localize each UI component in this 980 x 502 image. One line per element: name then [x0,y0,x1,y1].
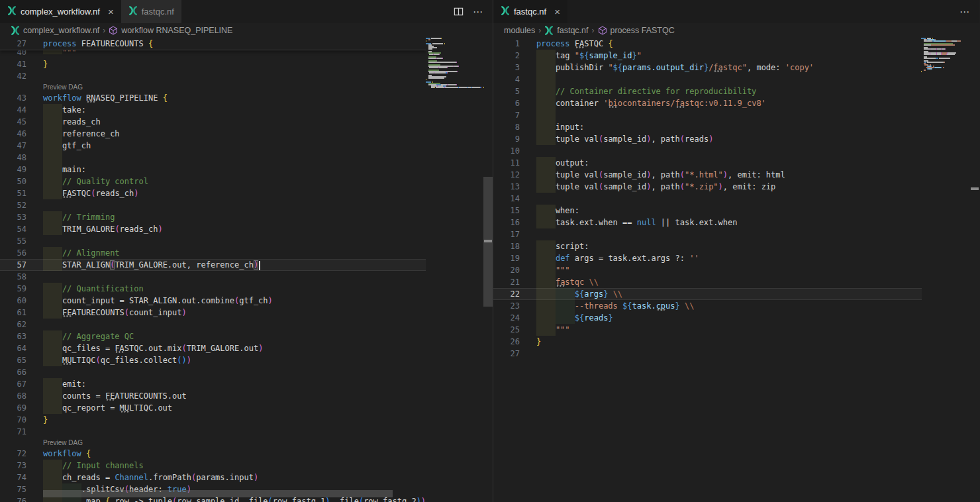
code-line[interactable]: 68 counts = FEATURECOUNTS.out [0,390,426,402]
code-line[interactable]: 57 STAR_ALIGN(TRIM_GALORE.out, reference… [0,259,426,271]
code-line[interactable]: 25 """ [493,324,922,336]
code-line[interactable]: 72workflow { [0,448,426,460]
code-line[interactable]: 69 qc_report = MULTIQC.out [0,402,426,414]
code-line[interactable]: 61 FEATURECOUNTS(count_input) [0,307,426,319]
code-line[interactable]: 22 ${args} \\ [493,288,922,300]
breadcrumb-item[interactable]: fastqc.nf [544,26,588,35]
code-line[interactable]: 11 output: [493,157,922,169]
code-line[interactable]: 48 [0,152,426,164]
code-line[interactable]: 20 """ [493,264,922,276]
line-number: 4 [493,74,520,85]
sticky-scroll-line[interactable]: 27process FEATURECOUNTS { [0,38,426,50]
code-content: ch_reads = Channel.fromPath(params.input… [26,472,426,483]
code-line[interactable]: 64 qc_files = FASTQC.out.mix(TRIM_GALORE… [0,342,426,354]
code-line[interactable]: 49 main: [0,164,426,176]
code-area[interactable]: 27process FEATURECOUNTS {40 """41}42Prev… [0,38,426,502]
code-line[interactable]: 58 [0,271,426,283]
codelens-link[interactable]: Preview DAG [43,83,83,91]
codelens-row[interactable]: Preview DAG [0,82,426,92]
code-line[interactable]: 43workflow RNASEQ_PIPELINE { [0,92,426,104]
code-editor-left[interactable]: 27process FEATURECOUNTS {40 """41}42Prev… [0,38,493,502]
breadcrumb-item[interactable]: process FASTQC [598,26,675,35]
breadcrumb-label: fastqc.nf [557,26,588,35]
code-line[interactable]: 44 take: [0,104,426,116]
code-line[interactable]: 54 TRIM_GALORE(reads_ch) [0,223,426,235]
code-line[interactable]: 41} [0,58,426,70]
code-line[interactable]: 53 // Trimming [0,211,426,223]
code-line[interactable]: 15 when: [493,205,922,217]
code-line[interactable]: 60 count_input = STAR_ALIGN.out.combine(… [0,295,426,307]
code-line[interactable]: 5 // Container directive for reproducibi… [493,85,922,97]
breadcrumb-item[interactable]: modules [504,26,535,35]
code-line[interactable]: 59 // Quantification [0,283,426,295]
code-line[interactable]: 55 [0,235,426,247]
code-line[interactable]: 9 tuple val(sample_id), path(reads) [493,133,922,145]
code-line[interactable]: 70} [0,414,426,426]
code-line[interactable]: 52 [0,199,426,211]
codelens-row[interactable]: Preview DAG [0,438,426,448]
code-line[interactable]: 10 [493,145,922,157]
code-line[interactable]: 46 reference_ch [0,128,426,140]
code-line[interactable]: 42 [0,70,426,82]
code-line[interactable]: 74 ch_reads = Channel.fromPath(params.in… [0,472,426,483]
code-line[interactable]: 26} [493,336,922,348]
horizontal-scrollbar[interactable] [43,490,393,497]
code-line[interactable]: 7 [493,109,922,121]
tab-fastqc-right[interactable]: fastqc.nf × [493,0,567,23]
code-line[interactable]: 73 // Input channels [0,460,426,472]
code-editor-right[interactable]: 1process FASTQC {2 tag "${sample_id}"3 p… [493,38,979,502]
code-line[interactable]: 71 [0,426,426,438]
vertical-scrollbar[interactable] [970,38,979,502]
code-line[interactable]: 6 container 'biocontainers/fastqc:v0.11.… [493,97,922,109]
code-line[interactable]: 3 publishDir "${params.output_dir}/fastq… [493,62,922,74]
minimap[interactable] [426,38,483,502]
code-area[interactable]: 1process FASTQC {2 tag "${sample_id}"3 p… [493,38,922,502]
codelens-link[interactable]: Preview DAG [43,439,83,446]
code-content: task.ext.when == null || task.ext.when [520,217,922,228]
code-line[interactable]: 17 [493,228,922,240]
code-line[interactable]: 62 [0,319,426,330]
close-icon[interactable]: × [554,7,560,17]
indent-guide-band [536,205,556,217]
code-line[interactable]: 24 ${reads} [493,312,922,324]
code-line[interactable]: 2 tag "${sample_id}" [493,50,922,62]
code-line[interactable]: 12 tuple val(sample_id), path("*.html"),… [493,169,922,181]
minimap[interactable] [921,38,970,502]
code-token: process [43,39,77,48]
code-line[interactable]: 14 [493,193,922,205]
more-actions-icon[interactable]: ⋯ [959,6,970,18]
code-line[interactable]: 19 def args = task.ext.args ?: '' [493,252,922,264]
code-line[interactable]: 63 // Aggregate QC [0,330,426,342]
code-token: process [536,39,570,48]
breadcrumb-item[interactable]: workflow RNASEQ_PIPELINE [109,26,232,35]
code-line[interactable]: 18 script: [493,240,922,252]
code-line[interactable]: 56 // Alignment [0,247,426,259]
breadcrumb-item[interactable]: complex_workflow.nf [11,26,99,35]
code-line[interactable]: 13 tuple val(sample_id), path("*.zip"), … [493,181,922,193]
code-line[interactable]: 27 [493,348,922,360]
tab-fastqc-left[interactable]: fastqc.nf [121,0,181,23]
close-icon[interactable]: × [108,7,114,17]
code-line[interactable]: 50 // Quality control [0,176,426,187]
code-line[interactable]: 16 task.ext.when == null || task.ext.whe… [493,217,922,228]
code-line[interactable]: 23 --threads ${task.cpus} \\ [493,300,922,312]
code-line[interactable]: 51 FASTQC(reads_ch) [0,187,426,199]
code-line[interactable]: 40 """ [0,50,426,58]
code-line[interactable]: 66 [0,366,426,378]
code-line[interactable]: 4 [493,74,922,85]
code-line[interactable]: 67 emit: [0,378,426,390]
code-line[interactable]: 21 fastqc \\ [493,276,922,288]
more-actions-icon[interactable]: ⋯ [473,6,483,18]
vertical-scrollbar[interactable] [483,38,493,502]
code-line[interactable]: 65 MULTIQC(qc_files.collect()) [0,354,426,366]
code-token: ) [421,497,426,502]
breadcrumb-label: complex_workflow.nf [23,26,99,35]
tab-complex-workflow[interactable]: complex_workflow.nf × [0,0,121,23]
code-line[interactable]: 45 reads_ch [0,116,426,128]
code-token: sample_id [603,170,646,179]
indent-guide-band [43,104,62,116]
code-line[interactable]: 8 input: [493,121,922,133]
code-line[interactable]: 47 gtf_ch [0,140,426,152]
code-line[interactable]: 1process FASTQC { [493,38,922,50]
split-editor-icon[interactable] [454,7,464,17]
